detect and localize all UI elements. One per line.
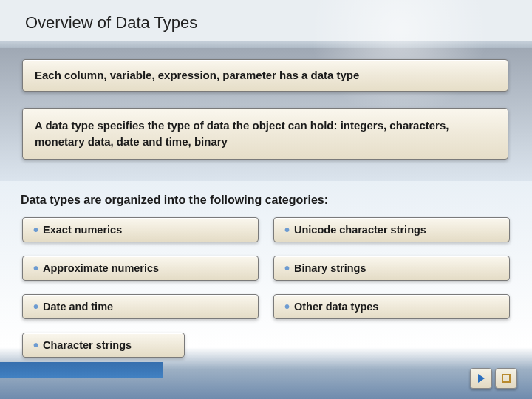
footer-accent — [0, 362, 163, 378]
svg-rect-1 — [502, 375, 510, 382]
stop-slide-button[interactable] — [495, 368, 517, 389]
page-title: Overview of Data Types — [25, 13, 197, 33]
category-label: Exact numerics — [43, 224, 122, 236]
stop-icon — [502, 374, 511, 383]
bullet-icon: • — [33, 299, 38, 315]
bullet-icon: • — [284, 222, 290, 238]
category-other-data-types: •Other data types — [273, 294, 510, 319]
category-label: Unicode character strings — [294, 224, 426, 236]
bullet-icon: • — [33, 337, 38, 353]
next-slide-button[interactable] — [470, 368, 492, 389]
category-date-and-time: •Date and time — [22, 294, 259, 319]
category-unicode-strings: •Unicode character strings — [273, 217, 510, 242]
category-label: Date and time — [43, 301, 113, 313]
category-label: Character strings — [43, 339, 132, 351]
category-binary-strings: •Binary strings — [273, 256, 510, 281]
category-label: Other data types — [294, 301, 378, 313]
bullet-icon: • — [284, 260, 290, 276]
play-icon — [476, 373, 486, 383]
category-character-strings: •Character strings — [22, 332, 185, 358]
intro-box-2: A data type specifies the type of data t… — [22, 108, 508, 160]
intro-text-2: A data type specifies the type of data t… — [35, 119, 449, 148]
categories-heading: Data types are organized into the follow… — [21, 194, 328, 207]
bullet-icon: • — [33, 222, 38, 238]
category-label: Binary strings — [294, 262, 366, 274]
bullet-icon: • — [284, 299, 290, 315]
category-label: Approximate numerics — [43, 262, 159, 274]
svg-marker-0 — [478, 374, 485, 383]
bullet-icon: • — [33, 260, 38, 276]
category-approximate-numerics: •Approximate numerics — [22, 256, 259, 281]
intro-box-1: Each column, variable, expression, param… — [22, 59, 508, 92]
intro-text-1: Each column, variable, expression, param… — [35, 69, 359, 81]
category-exact-numerics: •Exact numerics — [22, 217, 259, 242]
